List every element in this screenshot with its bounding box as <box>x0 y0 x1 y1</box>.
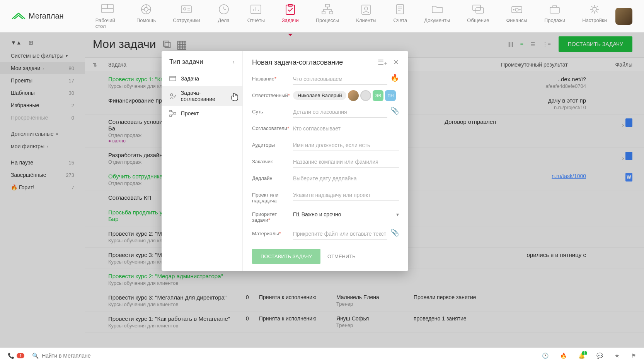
svg-point-38 <box>515 8 518 11</box>
system-filters-header[interactable]: Системные фильтры ▾ <box>0 50 85 62</box>
avatar-icon[interactable] <box>360 90 371 101</box>
attach-icon[interactable]: 📎 <box>390 228 399 237</box>
auditors-input[interactable] <box>293 142 399 148</box>
nav-items: Рабочий стол Помощь Сотрудники Дела Отчё… <box>87 0 615 33</box>
logo-text: Мегаплан <box>29 12 64 21</box>
filter-paused[interactable]: На паузе15 <box>0 156 85 169</box>
modal-title: Новая задача-согласование <box>252 58 343 67</box>
star-icon[interactable]: ★ <box>615 353 620 359</box>
task-row[interactable]: Провести курс 3: "Мегаплан для директора… <box>85 290 644 312</box>
svg-point-4 <box>144 7 148 11</box>
nav-reports[interactable]: Отчёты <box>239 0 273 33</box>
close-icon[interactable]: ✕ <box>393 58 399 67</box>
filter-favorites[interactable]: Избранные2 <box>0 99 85 111</box>
modal-form: Новая задача-согласование ☰₊ ✕ Название*… <box>243 51 408 271</box>
svg-point-39 <box>513 9 514 10</box>
type-project[interactable]: Проект <box>162 106 242 121</box>
flag-icon[interactable]: ⚑ <box>631 353 636 359</box>
export-icon[interactable]: ▦ <box>176 38 187 51</box>
type-task[interactable]: Задача <box>162 71 242 86</box>
col-result-header[interactable]: Промежуточный результат <box>501 62 601 68</box>
file-icon[interactable] <box>625 152 632 160</box>
search-input[interactable] <box>42 353 534 359</box>
nav-finance[interactable]: Финансы <box>497 0 536 33</box>
materials-input[interactable] <box>293 231 387 237</box>
nav-chat[interactable]: Общение <box>458 0 497 33</box>
customer-input[interactable] <box>293 159 399 165</box>
search-icon: 🔍 <box>32 353 39 359</box>
add-filter-icon[interactable]: ⊞ <box>29 39 33 46</box>
bottom-bar: 📞 1 🔍 🕐 🔥 🔔1 💬 ★ ⚑ <box>0 348 644 363</box>
view-list-icon[interactable]: ≡ <box>520 41 523 47</box>
filter-burning[interactable]: 🔥 Горит!7 <box>0 181 85 193</box>
submit-button[interactable]: ПОСТАВИТЬ ЗАДАЧУ <box>252 249 320 264</box>
logo[interactable]: Мегаплан <box>12 11 64 22</box>
project-input[interactable] <box>293 192 399 198</box>
modal-type-panel: Тип задачи ‹ Задача Задача-согласование … <box>162 51 243 271</box>
modal-type-title: Тип задачи <box>169 58 203 66</box>
user-badge[interactable]: ЭВ <box>373 90 383 101</box>
notifications-icon[interactable]: 🔔1 <box>578 353 585 359</box>
view-compact-icon[interactable]: ☰ <box>530 41 535 47</box>
view-tree-icon[interactable]: ⋮≡ <box>542 41 551 47</box>
responsible-chip[interactable]: Николаев Валерий <box>293 91 346 100</box>
template-icon[interactable]: ☰₊ <box>378 58 388 67</box>
file-icon[interactable]: W <box>625 173 632 182</box>
svg-point-45 <box>170 94 173 96</box>
task-row[interactable]: Провести курс 2: "Mеgар администратора"К… <box>85 269 644 290</box>
user-avatar[interactable] <box>615 8 632 25</box>
copy-icon[interactable]: ⧉ <box>163 38 171 51</box>
filter-templates[interactable]: Шаблоны30 <box>0 87 85 99</box>
priority-flame-icon[interactable]: 🔥 <box>390 74 399 82</box>
my-filters-header[interactable]: мои фильтры › <box>0 140 85 152</box>
task-row[interactable]: Провести курс 1: "Как работать в Мегапла… <box>85 312 644 333</box>
nav-processes[interactable]: Процессы <box>307 0 348 33</box>
nav-employees[interactable]: Сотрудники <box>164 0 208 33</box>
user-badge[interactable]: ПН <box>385 90 396 101</box>
history-icon[interactable]: 🕐 <box>542 353 549 359</box>
create-task-modal: Тип задачи ‹ Задача Задача-согласование … <box>162 51 408 271</box>
chevron-down-icon[interactable]: ▾ <box>396 211 399 217</box>
messages-icon[interactable]: 💬 <box>596 353 603 359</box>
phone-icon: 📞 <box>8 353 14 359</box>
view-columns-icon[interactable]: |||| <box>508 41 513 47</box>
top-navigation: Мегаплан Рабочий стол Помощь Сотрудники … <box>0 0 644 33</box>
back-icon[interactable]: ‹ <box>232 58 235 66</box>
cancel-button[interactable]: ОТМЕНИТЬ <box>327 253 356 259</box>
nav-help[interactable]: Помощь <box>128 0 164 33</box>
filter-overdue[interactable]: Просроченные0 <box>0 111 85 124</box>
nav-desktop[interactable]: Рабочий стол <box>87 0 128 33</box>
attach-icon[interactable]: 📎 <box>390 106 399 115</box>
additional-filters-header[interactable]: Дополнительные ▾ <box>0 128 85 140</box>
filter-projects[interactable]: Проекты17 <box>0 74 85 87</box>
name-input[interactable] <box>293 76 387 82</box>
phone-button[interactable]: 📞 1 <box>8 353 24 359</box>
filter-icon[interactable]: ▼▲ <box>11 39 22 46</box>
avatar-icon[interactable] <box>348 90 359 101</box>
nav-deals[interactable]: Дела <box>209 0 239 33</box>
type-approval[interactable]: Задача-согласование <box>162 86 242 106</box>
svg-rect-9 <box>181 6 191 13</box>
filter-my-tasks[interactable]: Мои задачи›80 <box>0 62 85 74</box>
nav-settings[interactable]: Настройки <box>574 0 615 33</box>
create-task-button[interactable]: ПОСТАВИТЬ ЗАДАЧУ <box>559 36 632 52</box>
nav-invoices[interactable]: Счета <box>385 0 416 33</box>
svg-rect-41 <box>550 7 559 13</box>
essence-input[interactable] <box>293 109 387 115</box>
svg-point-10 <box>184 8 186 10</box>
sort-icon[interactable]: ⇅ <box>93 62 108 68</box>
approvers-input[interactable] <box>293 125 399 132</box>
deadline-input[interactable] <box>293 175 399 182</box>
fire-icon[interactable]: 🔥 <box>560 353 567 359</box>
col-files-header[interactable]: Файлы <box>601 62 632 68</box>
logo-icon <box>12 11 26 22</box>
priority-select[interactable]: П1 Важно и срочно <box>293 211 341 217</box>
svg-point-42 <box>593 7 596 11</box>
nav-clients[interactable]: Клиенты <box>348 0 385 33</box>
nav-sales[interactable]: Продажи <box>536 0 574 33</box>
nav-documents[interactable]: Документы <box>416 0 458 33</box>
file-icon[interactable] <box>625 118 632 127</box>
filter-completed[interactable]: Завершённые273 <box>0 169 85 181</box>
svg-line-50 <box>172 113 174 116</box>
nav-tasks[interactable]: Задачи <box>273 0 307 33</box>
